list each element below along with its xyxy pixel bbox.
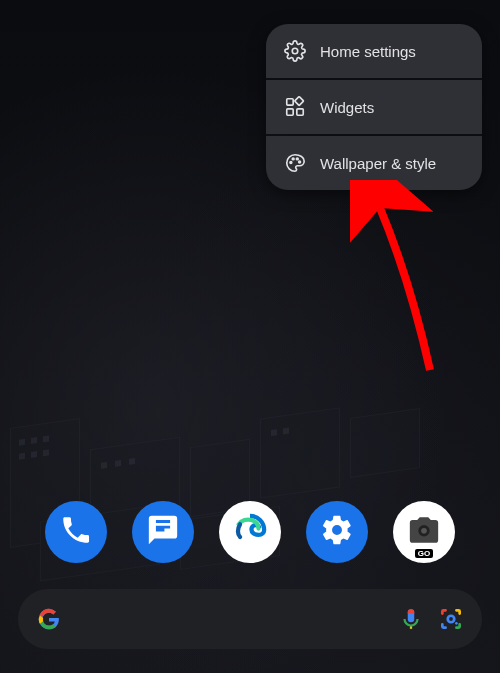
mic-icon[interactable] [398,606,424,632]
messages-app[interactable] [132,501,194,563]
edge-app[interactable] [219,501,281,563]
menu-item-widgets[interactable]: Widgets [266,80,482,134]
home-context-menu: Home settings Widgets Wallpaper & style [266,24,482,190]
google-search-bar[interactable] [18,589,482,649]
svg-rect-12 [410,627,412,629]
svg-rect-1 [287,99,293,105]
settings-icon [320,513,354,551]
menu-item-wallpaper-style[interactable]: Wallpaper & style [266,136,482,190]
svg-point-5 [290,162,292,164]
svg-point-0 [292,48,298,54]
svg-point-7 [296,158,298,160]
menu-item-home-settings[interactable]: Home settings [266,24,482,78]
svg-rect-4 [295,97,304,106]
svg-point-6 [292,158,294,160]
widgets-icon [284,96,306,118]
svg-point-13 [448,616,455,623]
menu-item-label: Home settings [320,43,416,60]
svg-point-8 [299,161,301,163]
camera-icon [407,513,441,551]
palette-icon [284,152,306,174]
camera-go-app[interactable]: GO [393,501,455,563]
messages-icon [146,513,180,551]
menu-item-label: Widgets [320,99,374,116]
phone-icon [59,513,93,551]
go-badge: GO [415,549,433,558]
settings-app[interactable] [306,501,368,563]
svg-rect-3 [297,109,303,115]
phone-app[interactable] [45,501,107,563]
svg-point-11 [421,528,427,534]
edge-icon [233,513,267,551]
svg-rect-2 [287,109,293,115]
app-dock: GO [0,501,500,563]
gear-icon [284,40,306,62]
lens-icon[interactable] [438,606,464,632]
google-logo-icon [36,606,62,632]
menu-item-label: Wallpaper & style [320,155,436,172]
svg-point-14 [455,622,458,625]
